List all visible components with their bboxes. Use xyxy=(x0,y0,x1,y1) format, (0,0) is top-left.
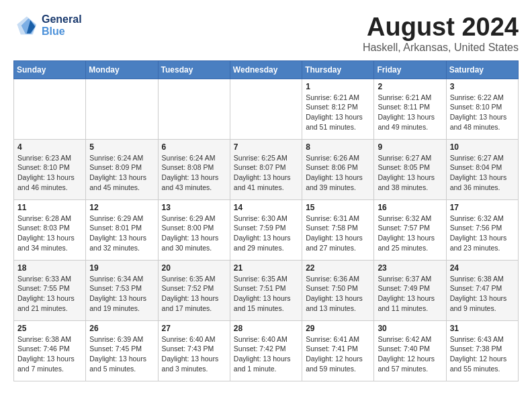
weekday-header-saturday: Saturday xyxy=(446,60,518,79)
calendar-week-4: 18Sunrise: 6:33 AM Sunset: 7:55 PM Dayli… xyxy=(14,260,519,320)
weekday-header-wednesday: Wednesday xyxy=(230,60,302,79)
day-info: Sunrise: 6:24 AM Sunset: 8:08 PM Dayligh… xyxy=(162,153,226,193)
calendar-cell: 14Sunrise: 6:30 AM Sunset: 7:59 PM Dayli… xyxy=(230,199,302,260)
calendar-cell: 15Sunrise: 6:31 AM Sunset: 7:58 PM Dayli… xyxy=(302,199,374,260)
weekday-header-sunday: Sunday xyxy=(14,60,86,79)
calendar-cell: 31Sunrise: 6:43 AM Sunset: 7:38 PM Dayli… xyxy=(446,320,518,381)
day-info: Sunrise: 6:25 AM Sunset: 8:07 PM Dayligh… xyxy=(234,153,298,193)
day-info: Sunrise: 6:23 AM Sunset: 8:10 PM Dayligh… xyxy=(17,153,82,193)
day-number: 10 xyxy=(450,142,515,152)
calendar-cell: 16Sunrise: 6:32 AM Sunset: 7:57 PM Dayli… xyxy=(374,199,446,260)
page-header: General Blue August 2024 Haskell, Arkans… xyxy=(13,13,519,54)
calendar-cell: 9Sunrise: 6:27 AM Sunset: 8:05 PM Daylig… xyxy=(374,139,446,199)
day-info: Sunrise: 6:43 AM Sunset: 7:38 PM Dayligh… xyxy=(450,334,515,374)
day-info: Sunrise: 6:34 AM Sunset: 7:53 PM Dayligh… xyxy=(89,274,154,314)
day-info: Sunrise: 6:39 AM Sunset: 7:45 PM Dayligh… xyxy=(89,334,154,374)
day-number: 14 xyxy=(234,203,298,212)
day-info: Sunrise: 6:38 AM Sunset: 7:46 PM Dayligh… xyxy=(17,334,82,374)
calendar-cell: 30Sunrise: 6:42 AM Sunset: 7:40 PM Dayli… xyxy=(374,320,446,381)
weekday-header-tuesday: Tuesday xyxy=(158,60,230,79)
day-info: Sunrise: 6:31 AM Sunset: 7:58 PM Dayligh… xyxy=(306,214,370,253)
day-info: Sunrise: 6:26 AM Sunset: 8:06 PM Dayligh… xyxy=(306,153,370,193)
day-number: 31 xyxy=(450,324,515,333)
calendar-cell: 28Sunrise: 6:40 AM Sunset: 7:42 PM Dayli… xyxy=(230,320,302,381)
day-number: 20 xyxy=(162,263,226,273)
day-info: Sunrise: 6:24 AM Sunset: 8:09 PM Dayligh… xyxy=(89,153,154,193)
day-info: Sunrise: 6:27 AM Sunset: 8:05 PM Dayligh… xyxy=(378,153,442,193)
calendar-week-3: 11Sunrise: 6:28 AM Sunset: 8:03 PM Dayli… xyxy=(14,199,519,260)
day-number: 15 xyxy=(306,203,370,212)
day-info: Sunrise: 6:36 AM Sunset: 7:50 PM Dayligh… xyxy=(306,274,370,314)
day-number: 9 xyxy=(378,142,442,152)
calendar-cell: 29Sunrise: 6:41 AM Sunset: 7:41 PM Dayli… xyxy=(302,320,374,381)
day-number: 4 xyxy=(17,142,82,152)
day-info: Sunrise: 6:35 AM Sunset: 7:51 PM Dayligh… xyxy=(234,274,298,314)
calendar-cell xyxy=(158,79,230,139)
day-number: 13 xyxy=(162,203,226,212)
day-number: 3 xyxy=(450,82,515,91)
calendar-cell: 5Sunrise: 6:24 AM Sunset: 8:09 PM Daylig… xyxy=(86,139,158,199)
calendar-subtitle: Haskell, Arkansas, United States xyxy=(363,42,519,54)
day-number: 21 xyxy=(234,263,298,273)
day-number: 22 xyxy=(306,263,370,273)
calendar-cell: 26Sunrise: 6:39 AM Sunset: 7:45 PM Dayli… xyxy=(86,320,158,381)
day-info: Sunrise: 6:21 AM Sunset: 8:12 PM Dayligh… xyxy=(306,93,370,132)
day-info: Sunrise: 6:22 AM Sunset: 8:10 PM Dayligh… xyxy=(450,93,515,132)
day-info: Sunrise: 6:27 AM Sunset: 8:04 PM Dayligh… xyxy=(450,153,515,193)
day-number: 17 xyxy=(450,203,515,212)
day-number: 28 xyxy=(234,324,298,333)
day-info: Sunrise: 6:29 AM Sunset: 8:01 PM Dayligh… xyxy=(89,214,154,253)
calendar-cell xyxy=(230,79,302,139)
day-number: 5 xyxy=(89,142,154,152)
calendar-cell: 25Sunrise: 6:38 AM Sunset: 7:46 PM Dayli… xyxy=(14,320,86,381)
day-number: 12 xyxy=(89,203,154,212)
calendar-cell: 18Sunrise: 6:33 AM Sunset: 7:55 PM Dayli… xyxy=(14,260,86,320)
day-number: 26 xyxy=(89,324,154,333)
calendar-cell: 24Sunrise: 6:38 AM Sunset: 7:47 PM Dayli… xyxy=(446,260,518,320)
day-number: 8 xyxy=(306,142,370,152)
calendar-cell: 19Sunrise: 6:34 AM Sunset: 7:53 PM Dayli… xyxy=(86,260,158,320)
day-number: 16 xyxy=(378,203,442,212)
calendar-table: SundayMondayTuesdayWednesdayThursdayFrid… xyxy=(13,60,519,381)
calendar-cell: 10Sunrise: 6:27 AM Sunset: 8:04 PM Dayli… xyxy=(446,139,518,199)
calendar-title: August 2024 xyxy=(363,13,519,42)
day-number: 23 xyxy=(378,263,442,273)
day-info: Sunrise: 6:33 AM Sunset: 7:55 PM Dayligh… xyxy=(17,274,82,314)
calendar-week-2: 4Sunrise: 6:23 AM Sunset: 8:10 PM Daylig… xyxy=(14,139,519,199)
day-number: 24 xyxy=(450,263,515,273)
weekday-header-row: SundayMondayTuesdayWednesdayThursdayFrid… xyxy=(14,60,519,79)
day-number: 2 xyxy=(378,82,442,91)
calendar-cell: 12Sunrise: 6:29 AM Sunset: 8:01 PM Dayli… xyxy=(86,199,158,260)
day-info: Sunrise: 6:21 AM Sunset: 8:11 PM Dayligh… xyxy=(378,93,442,132)
calendar-cell: 21Sunrise: 6:35 AM Sunset: 7:51 PM Dayli… xyxy=(230,260,302,320)
calendar-cell: 6Sunrise: 6:24 AM Sunset: 8:08 PM Daylig… xyxy=(158,139,230,199)
day-info: Sunrise: 6:40 AM Sunset: 7:43 PM Dayligh… xyxy=(162,334,226,374)
calendar-cell: 8Sunrise: 6:26 AM Sunset: 8:06 PM Daylig… xyxy=(302,139,374,199)
day-info: Sunrise: 6:40 AM Sunset: 7:42 PM Dayligh… xyxy=(234,334,298,374)
day-number: 25 xyxy=(17,324,82,333)
calendar-cell: 13Sunrise: 6:29 AM Sunset: 8:00 PM Dayli… xyxy=(158,199,230,260)
day-number: 18 xyxy=(17,263,82,273)
day-number: 7 xyxy=(234,142,298,152)
day-info: Sunrise: 6:42 AM Sunset: 7:40 PM Dayligh… xyxy=(378,334,442,374)
day-number: 27 xyxy=(162,324,226,333)
day-info: Sunrise: 6:29 AM Sunset: 8:00 PM Dayligh… xyxy=(162,214,226,253)
calendar-cell xyxy=(86,79,158,139)
calendar-week-5: 25Sunrise: 6:38 AM Sunset: 7:46 PM Dayli… xyxy=(14,320,519,381)
weekday-header-thursday: Thursday xyxy=(302,60,374,79)
calendar-cell xyxy=(14,79,86,139)
title-section: August 2024 Haskell, Arkansas, United St… xyxy=(363,13,519,54)
day-number: 29 xyxy=(306,324,370,333)
weekday-header-friday: Friday xyxy=(374,60,446,79)
calendar-cell: 2Sunrise: 6:21 AM Sunset: 8:11 PM Daylig… xyxy=(374,79,446,139)
logo: General Blue xyxy=(13,13,82,38)
logo-icon xyxy=(13,13,38,38)
day-info: Sunrise: 6:37 AM Sunset: 7:49 PM Dayligh… xyxy=(378,274,442,314)
day-number: 6 xyxy=(162,142,226,152)
day-info: Sunrise: 6:38 AM Sunset: 7:47 PM Dayligh… xyxy=(450,274,515,314)
calendar-cell: 27Sunrise: 6:40 AM Sunset: 7:43 PM Dayli… xyxy=(158,320,230,381)
calendar-cell: 11Sunrise: 6:28 AM Sunset: 8:03 PM Dayli… xyxy=(14,199,86,260)
calendar-cell: 7Sunrise: 6:25 AM Sunset: 8:07 PM Daylig… xyxy=(230,139,302,199)
calendar-cell: 1Sunrise: 6:21 AM Sunset: 8:12 PM Daylig… xyxy=(302,79,374,139)
calendar-cell: 3Sunrise: 6:22 AM Sunset: 8:10 PM Daylig… xyxy=(446,79,518,139)
